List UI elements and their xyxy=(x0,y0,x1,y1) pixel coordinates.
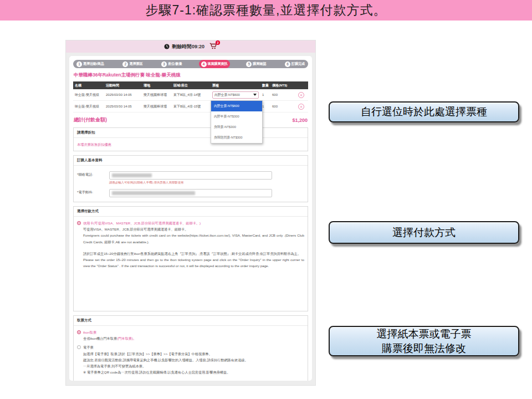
callout-payment-text: 選擇付款方式 xyxy=(392,226,456,239)
progress-steps: 1選擇活動/商品 2選擇票區 3座位/數量 4填寫購買資訊 5購買確認 6訂購完… xyxy=(73,60,308,68)
step-5-label: 購買確認 xyxy=(253,62,266,66)
table-row: 味全龍-樂天桃猿 2025/03/30 14:05 樂天桃園棒球場 東下B區_4… xyxy=(73,101,308,112)
payment-option-credit-card[interactable]: 信用卡(可使用VISA、MASTER、JCB,部分節目可選擇美國運通卡、銀聯卡。… xyxy=(77,220,304,226)
step-2-number: 2 xyxy=(122,62,128,67)
step-5: 5購買確認 xyxy=(244,60,268,68)
step-5-number: 5 xyxy=(246,62,252,67)
payment-note-en: Foreigners could purchase the tickets wi… xyxy=(83,232,304,244)
total-amount: $1,200 xyxy=(292,117,308,123)
row1-zone: 東下B區_4排-14號 xyxy=(172,93,211,98)
radio-selected-icon[interactable] xyxy=(77,221,81,225)
step-1-label: 選擇活動/商品 xyxy=(83,62,104,66)
radio-unselected-icon[interactable] xyxy=(77,345,81,349)
discount-header: 請選擇折扣 xyxy=(74,128,308,138)
step-6: 6訂購完成 xyxy=(283,60,307,68)
step-title-banner: 步驟7-1:確認票種數量,並選擇付款方式。 xyxy=(0,0,532,21)
phone-redacted-value xyxy=(112,173,152,177)
step-2: 2選擇票區 xyxy=(120,60,145,68)
email-field[interactable] xyxy=(109,189,272,197)
countdown-bar: 剩餘時間09:20 2 xyxy=(66,40,315,53)
callout-pickup-line2: 購票後即無法修改 xyxy=(382,341,466,355)
dropdown-option[interactable]: 身障票-NT$300 xyxy=(211,122,262,132)
row2-price: 600 xyxy=(270,105,296,108)
row2-del-cell: ✕ xyxy=(296,104,305,110)
ticket-type-dropdown-menu: 內野全票-NT$600 內野半票-NT$300 身障票-NT$300 身障陪同票… xyxy=(211,100,263,144)
phone-field[interactable] xyxy=(109,171,272,180)
payment-section: 選擇付款方式 信用卡(可使用VISA、MASTER、JCB,部分節目可選擇美國運… xyxy=(73,206,308,311)
total-label: 總計(付款金額) xyxy=(74,116,107,124)
ticket-site-screenshot: 剩餘時間09:20 2 1選擇活動/商品 2選擇票區 3座位/數量 4填寫購買資… xyxy=(65,40,316,386)
eticket-option-label: 電子票 xyxy=(83,344,94,350)
col-zone: 區域/座位 xyxy=(172,83,211,88)
order-table-header: 名稱 活動時間 場地 區域/座位 票種 數量 價格(NT$) xyxy=(73,81,308,89)
row1-name: 味全龍-樂天桃猿 xyxy=(73,93,104,98)
eticket-note-3: 一旦選擇為電子票,則不可變更為紙本票。 xyxy=(83,363,304,369)
countdown-label: 剩餘時間09:20 xyxy=(172,43,204,50)
payment-inquiry-note-zh: 請於訂單成立15~20分鐘後自行至ibon售票系統網頁點選右上角『訂單查詢』,查… xyxy=(83,250,304,257)
clock-icon xyxy=(164,44,170,49)
step-2-label: 選擇票區 xyxy=(129,62,142,66)
ticket-type-selected-value: 內野全票-NT$600 xyxy=(214,93,240,98)
row1-ticket-cell: 內野全票-NT$600 xyxy=(211,91,260,99)
step-4-label: 填寫購買資訊 xyxy=(208,62,228,66)
radio-selected-icon[interactable] xyxy=(77,330,81,334)
cart-button[interactable]: 2 xyxy=(209,42,217,51)
dropdown-option[interactable]: 身障陪同票-NT$300 xyxy=(211,132,262,143)
col-ticket: 票種 xyxy=(211,83,260,88)
dropdown-option[interactable]: 內野半票-NT$300 xyxy=(211,111,262,122)
dropdown-option-selected[interactable]: 內野全票-NT$600 xyxy=(211,101,262,111)
buyer-info-header: 訂購人基本資料 xyxy=(74,156,308,166)
remove-ticket-icon[interactable]: ✕ xyxy=(298,92,304,98)
step-3: 3座位/數量 xyxy=(159,60,185,68)
col-venue: 場地 xyxy=(142,83,172,88)
payment-header: 選擇付款方式 xyxy=(74,207,308,217)
row2-zone: 東下B區_4排-15號 xyxy=(172,104,211,109)
order-total: 總計(付款金額) $1,200 xyxy=(74,116,308,124)
phone-note: 請務必輸入可收簡訊(聯絡人手機),僅供票務人員聯繫使用 xyxy=(109,181,304,185)
order-table: 名稱 活動時間 場地 區域/座位 票種 數量 價格(NT$) 味全龍-樂天桃猿 … xyxy=(73,81,308,112)
ibon-pickup-note: 全省ibon機台門市取票 xyxy=(83,336,117,340)
callout-pickup: 選擇紙本票或電子票 購票後即無法修改 xyxy=(329,326,519,356)
buyer-info-section: 訂購人基本資料 *聯絡電話: 請務必輸入可收簡訊(聯絡人手機),僅供票務人員聯繫… xyxy=(73,155,308,202)
row2-name: 味全龍-樂天桃猿 xyxy=(73,104,104,109)
row1-price: 600 xyxy=(270,93,296,96)
cart-count-badge: 2 xyxy=(216,40,220,45)
callout-ticket-type-text: 自行選位時於此處選擇票種 xyxy=(361,105,487,119)
row1-time: 2025/03/30 14:05 xyxy=(104,93,142,96)
remove-ticket-icon[interactable]: ✕ xyxy=(298,104,304,110)
col-name: 名稱 xyxy=(73,83,104,88)
callout-payment: 選擇付款方式 xyxy=(329,221,519,244)
pickup-option-eticket[interactable]: 電子票 xyxy=(77,344,304,350)
step-6-label: 訂購完成 xyxy=(291,62,305,66)
row2-venue: 樂天桃園棒球場 xyxy=(142,104,172,109)
col-price: 價格(NT$) xyxy=(270,83,296,88)
step-3-number: 3 xyxy=(161,62,167,67)
step-1-number: 1 xyxy=(76,62,82,67)
pickup-option-ibon[interactable]: ibon取票 xyxy=(77,329,304,335)
email-label: *電子郵件: xyxy=(77,189,109,195)
ticket-type-select[interactable]: 內野全票-NT$600 xyxy=(212,91,259,99)
step-6-number: 6 xyxy=(285,62,290,67)
row1-qty: 1 xyxy=(260,93,270,96)
step-4-active: 4填寫購買資訊 xyxy=(199,60,230,68)
payment-inquiry-note-en: Please set the order 15~20 minutes and t… xyxy=(83,257,304,269)
callout-ticket-type: 自行選位時於此處選擇票種 xyxy=(329,101,519,122)
email-redacted-value xyxy=(112,191,195,195)
eticket-note-1: 如選擇【電子票】取票,請於【訂單查詢】>>【票券】>>【電子票分頁】中檢視票券。 xyxy=(83,351,304,357)
step-title: 步驟7-1:確認票種數量,並選擇付款方式。 xyxy=(145,2,386,19)
chevron-down-icon xyxy=(253,94,257,96)
callout-pickup-line1: 選擇紙本票或電子票 xyxy=(377,327,472,341)
row1-del-cell: ✕ xyxy=(296,92,305,98)
checkout-page: 1選擇活動/商品 2選擇票區 3座位/數量 4填寫購買資訊 5購買確認 6訂購完… xyxy=(69,56,312,381)
eticket-note-2: 建議您,若前往觀賞活動前,請攜帶電量足夠之手機,以免影響您的入場權益。入場前,請… xyxy=(83,357,304,363)
payment-note-zh: 可使用VISA、MASTER、JCB,部分節目可選擇美國運通卡、銀聯卡。 xyxy=(83,226,304,232)
pickup-section: 取票方式 ibon取票 全省ibon機台門市取票(門市取票)。 電子票 如選擇【… xyxy=(73,315,308,381)
table-row: 味全龍-樂天桃猿 2025/03/30 14:05 樂天桃園棒球場 東下B區_4… xyxy=(73,89,308,101)
event-title: 中華職棒36年Rakuten主場例行賽 味全龍-樂天桃猿 xyxy=(74,72,308,79)
step-4-number: 4 xyxy=(201,62,207,67)
row2-time: 2025/03/30 14:05 xyxy=(104,105,142,108)
row1-venue: 樂天桃園棒球場 xyxy=(142,93,172,98)
ibon-pickup-label: ibon取票 xyxy=(83,329,96,335)
eticket-note-4: ※ 電子票券之QR code為一次性使用,請勿任意截圖轉傳,以免遭有心人士惡意使… xyxy=(83,369,304,375)
col-time: 活動時間 xyxy=(104,83,142,88)
